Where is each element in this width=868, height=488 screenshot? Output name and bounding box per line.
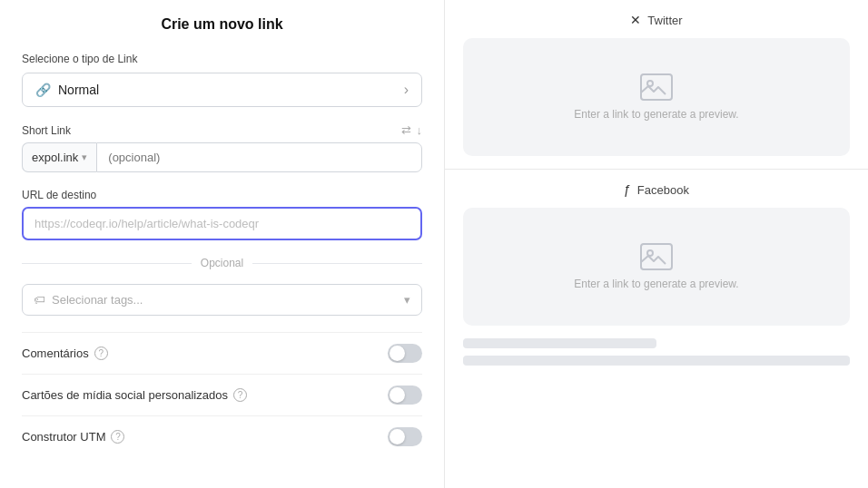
right-panel: ✕ Twitter Enter a link to generate a pre… [445, 0, 868, 488]
tag-icon: 🏷 [34, 293, 45, 307]
download-icon[interactable]: ↓ [417, 123, 423, 137]
facebook-preview-section: ƒ Facebook Enter a link to generate a pr… [445, 170, 868, 378]
utm-label: Construtor UTM [22, 430, 105, 444]
short-link-icons: ⇄ ↓ [401, 123, 423, 137]
utm-toggle[interactable] [388, 427, 422, 446]
short-link-label: Short Link [22, 124, 71, 137]
svg-rect-0 [641, 74, 672, 100]
optional-divider: Opcional [22, 257, 422, 269]
facebook-preview-card: Enter a link to generate a preview. [463, 208, 850, 326]
social-cards-label: Cartões de mídia social personalizados [22, 388, 228, 402]
comments-label-wrap: Comentários ? [22, 346, 108, 360]
twitter-label: Twitter [647, 14, 682, 27]
dest-input[interactable] [22, 207, 422, 240]
social-cards-help-icon[interactable]: ? [233, 388, 247, 402]
twitter-preview-section: ✕ Twitter Enter a link to generate a pre… [445, 0, 868, 170]
twitter-preview-card: Enter a link to generate a preview. [463, 38, 850, 156]
facebook-preview-text: Enter a link to generate a preview. [574, 278, 738, 290]
dest-label: URL de destino [22, 189, 422, 201]
tags-left: 🏷 Selecionar tags... [34, 293, 143, 307]
comments-toggle[interactable] [388, 344, 422, 363]
link-type-left: 🔗 Normal [35, 83, 99, 97]
link-chain-icon: 🔗 [35, 83, 51, 97]
page-title: Crie um novo link [22, 16, 422, 33]
utm-help-icon[interactable]: ? [111, 430, 124, 444]
domain-chevron-icon: ▾ [82, 151, 87, 163]
chevron-right-icon: › [404, 82, 409, 98]
tags-chevron-icon: ▾ [404, 293, 410, 307]
optional-text: Opcional [201, 257, 243, 269]
facebook-bottom-bars [463, 338, 850, 366]
utm-toggle-row: Construtor UTM ? [22, 415, 422, 457]
facebook-label: Facebook [637, 183, 689, 197]
facebook-preview-image-icon [640, 243, 673, 270]
link-type-label: Selecione o tipo de Link [22, 53, 422, 65]
fb-bar-long [463, 356, 850, 366]
domain-value: expol.ink [32, 151, 78, 164]
tags-placeholder: Selecionar tags... [52, 293, 143, 307]
social-cards-toggle-row: Cartões de mídia social personalizados ? [22, 374, 422, 415]
twitter-icon: ✕ [630, 13, 641, 27]
fb-bar-short [463, 338, 656, 348]
social-cards-toggle[interactable] [388, 386, 422, 405]
tags-select[interactable]: 🏷 Selecionar tags... ▾ [22, 284, 422, 316]
comments-label: Comentários [22, 346, 89, 360]
facebook-icon: ƒ [624, 182, 631, 197]
short-link-row: expol.ink ▾ [22, 142, 422, 172]
twitter-preview-image-icon [640, 73, 673, 101]
shuffle-icon[interactable]: ⇄ [401, 123, 411, 137]
short-link-header: Short Link ⇄ ↓ [22, 123, 422, 137]
utm-label-wrap: Construtor UTM ? [22, 430, 124, 444]
svg-rect-2 [641, 244, 672, 269]
link-type-select[interactable]: 🔗 Normal › [22, 73, 422, 107]
social-cards-label-wrap: Cartões de mídia social personalizados ? [22, 388, 247, 402]
slug-input[interactable] [96, 142, 422, 172]
left-panel: Crie um novo link Selecione o tipo de Li… [0, 0, 445, 488]
comments-toggle-row: Comentários ? [22, 332, 422, 374]
domain-select[interactable]: expol.ink ▾ [22, 142, 96, 172]
twitter-header: ✕ Twitter [463, 13, 850, 27]
facebook-header: ƒ Facebook [463, 182, 850, 197]
link-type-value: Normal [58, 83, 99, 97]
twitter-preview-text: Enter a link to generate a preview. [574, 108, 738, 121]
comments-help-icon[interactable]: ? [94, 346, 108, 360]
